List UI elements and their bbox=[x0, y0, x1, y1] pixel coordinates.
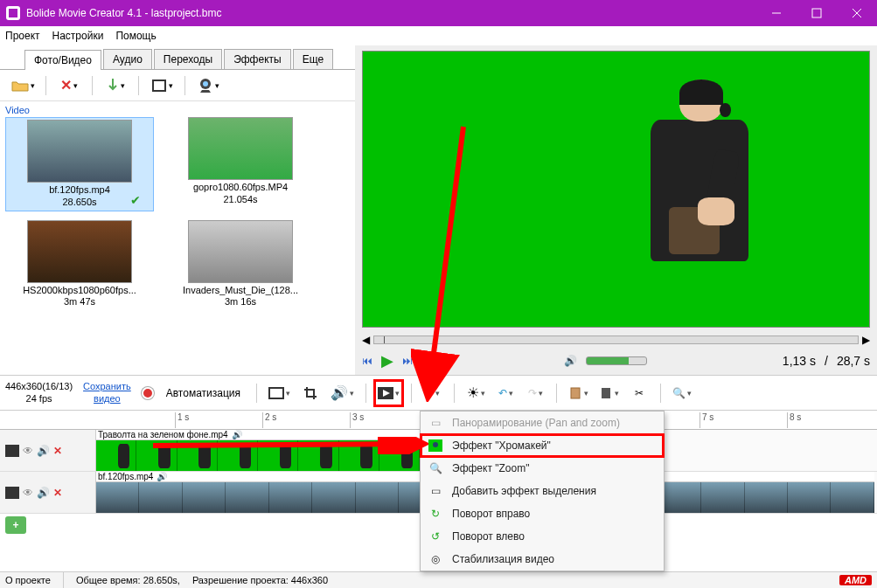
seek-start-icon[interactable]: ◀ bbox=[362, 334, 370, 346]
speaker-icon[interactable]: 🔊 bbox=[37, 487, 50, 499]
rotate-right-icon: ↻ bbox=[428, 508, 443, 520]
status-about[interactable]: О проекте bbox=[5, 575, 51, 585]
media-item[interactable]: bf.120fps.mp4 28.650s ✔ bbox=[5, 117, 154, 211]
tab-audio[interactable]: Аудио bbox=[103, 49, 152, 69]
menu-project[interactable]: Проект bbox=[5, 30, 40, 42]
film-tool[interactable] bbox=[266, 381, 293, 405]
automation-button[interactable]: Автоматизация bbox=[159, 381, 247, 405]
undo-button[interactable]: ↶ bbox=[493, 381, 518, 405]
svg-rect-7 bbox=[154, 81, 164, 90]
tab-photo-video[interactable]: Фото/Видео bbox=[24, 50, 101, 70]
svg-rect-11 bbox=[270, 389, 282, 398]
maximize-button[interactable] bbox=[797, 0, 837, 26]
audio-tool[interactable]: 🔊 bbox=[328, 381, 357, 405]
status-resolution: Разрешение проекта: 446x360 bbox=[192, 575, 328, 585]
volume-icon[interactable]: 🔊 bbox=[564, 355, 577, 367]
time-total: 28,7 s bbox=[837, 354, 870, 368]
crop-tool[interactable] bbox=[298, 381, 323, 405]
mute-icon[interactable]: 👁 bbox=[23, 445, 33, 457]
media-item[interactable]: gopro1080.60fps.MP4 21.054s bbox=[166, 117, 315, 211]
svg-line-20 bbox=[428, 127, 463, 393]
titlebar: Bolide Movie Creator 4.1 - lastproject.b… bbox=[0, 0, 877, 26]
annotation-arrow bbox=[411, 122, 472, 402]
tab-more[interactable]: Еще bbox=[293, 49, 333, 69]
svg-rect-3 bbox=[812, 9, 821, 17]
menu-help[interactable]: Помощь bbox=[115, 30, 156, 42]
film-icon bbox=[5, 445, 19, 457]
menu-zoom[interactable]: 🔍 Эффект "Zoom" bbox=[421, 457, 664, 480]
pan-icon: ▭ bbox=[428, 417, 443, 429]
menu-rotate-left[interactable]: ↺ Поворот влево bbox=[421, 525, 664, 548]
track-head[interactable]: 👁 🔊 ✕ bbox=[0, 430, 96, 471]
annotation-arrow bbox=[149, 437, 428, 454]
svg-rect-14 bbox=[571, 388, 580, 398]
delete-button[interactable]: ✕▾ bbox=[52, 73, 87, 98]
tab-transitions[interactable]: Переходы bbox=[154, 49, 222, 69]
amd-badge: AMD bbox=[839, 575, 872, 585]
record-icon[interactable] bbox=[142, 387, 154, 399]
menubar: Проект Настройки Помощь bbox=[0, 26, 877, 45]
check-icon: ✔ bbox=[130, 193, 141, 207]
rotate-left-icon: ↺ bbox=[428, 530, 443, 543]
preview-content bbox=[595, 80, 777, 316]
close-button[interactable] bbox=[837, 0, 877, 26]
volume-slider[interactable] bbox=[586, 356, 647, 365]
webcam-button[interactable]: ▾ bbox=[191, 73, 226, 98]
seek-end-icon[interactable]: ▶ bbox=[862, 334, 870, 346]
track-head[interactable]: 👁 🔊 ✕ bbox=[0, 472, 96, 513]
media-tabs: Фото/Видео Аудио Переходы Эффекты Еще bbox=[0, 45, 355, 70]
tab-effects[interactable]: Эффекты bbox=[224, 49, 291, 69]
status-time: Общее время: 28.650s, bbox=[76, 575, 180, 585]
open-folder-button[interactable]: ▾ bbox=[5, 73, 40, 98]
media-item[interactable]: Invaders_Must_Die_(128... 3m 16s bbox=[166, 220, 315, 309]
prev-frame-button[interactable]: ⏮ bbox=[362, 355, 372, 367]
minimize-button[interactable] bbox=[756, 0, 797, 26]
media-toolbar: ▾ ✕▾ ▾ ▾ ▾ bbox=[0, 70, 355, 101]
svg-line-21 bbox=[153, 444, 420, 446]
cut-button[interactable]: ✂ bbox=[627, 381, 651, 405]
effects-menu-button[interactable] bbox=[375, 381, 402, 405]
menu-rotate-right[interactable]: ↻ Поворот вправо bbox=[421, 502, 664, 525]
zoom-tool[interactable]: 🔍 bbox=[670, 381, 694, 405]
speaker-icon[interactable]: 🔊 bbox=[37, 445, 50, 457]
play-button[interactable]: ▶ bbox=[381, 351, 393, 370]
stabilize-icon: ◎ bbox=[428, 553, 443, 565]
chromakey-icon bbox=[428, 439, 443, 452]
project-info: 446x360(16/13)24 fps bbox=[5, 381, 73, 404]
delete-track-icon[interactable]: ✕ bbox=[53, 445, 62, 457]
speaker-icon: 🔊 bbox=[157, 472, 167, 481]
media-panel: Video bf.120fps.mp4 28.650s ✔ gopro1080.… bbox=[0, 101, 355, 375]
menu-chromakey[interactable]: Эффект "Хромакей" bbox=[421, 434, 664, 457]
svg-point-9 bbox=[203, 81, 208, 86]
svg-rect-1 bbox=[9, 9, 17, 17]
svg-rect-15 bbox=[602, 388, 610, 398]
delete-track-icon[interactable]: ✕ bbox=[53, 487, 62, 499]
media-item[interactable]: HS2000kbps1080p60fps... 3m 47s bbox=[5, 220, 154, 309]
clipboard-button[interactable] bbox=[596, 381, 622, 405]
zoom-icon: 🔍 bbox=[428, 462, 443, 474]
media-header: Video bbox=[5, 105, 350, 115]
menu-stabilize[interactable]: ◎ Стабилизация видео bbox=[421, 548, 664, 571]
add-track-button[interactable]: + bbox=[5, 516, 26, 534]
status-bar: О проекте Общее время: 28.650s, Разрешен… bbox=[0, 571, 877, 588]
left-pane: Фото/Видео Аудио Переходы Эффекты Еще ▾ … bbox=[0, 45, 355, 375]
redo-button[interactable]: ↷ bbox=[523, 381, 547, 405]
menu-settings[interactable]: Настройки bbox=[52, 30, 104, 42]
app-icon bbox=[0, 6, 26, 20]
menu-highlight[interactable]: ▭ Добавить эффект выделения bbox=[421, 480, 664, 502]
window-title: Bolide Movie Creator 4.1 - lastproject.b… bbox=[26, 7, 756, 19]
save-video-link[interactable]: Сохранитьвидео bbox=[83, 381, 131, 404]
effects-context-menu: ▭ Панорамирование (Pan and zoom) Эффект … bbox=[420, 411, 665, 571]
svg-point-19 bbox=[433, 442, 438, 447]
svg-rect-16 bbox=[5, 445, 19, 457]
highlight-icon: ▭ bbox=[428, 485, 443, 497]
svg-rect-17 bbox=[5, 487, 19, 499]
mute-icon[interactable]: 👁 bbox=[23, 487, 33, 499]
menu-pan-zoom[interactable]: ▭ Панорамирование (Pan and zoom) bbox=[421, 412, 664, 434]
download-button[interactable]: ▾ bbox=[98, 73, 133, 98]
film-icon bbox=[5, 487, 19, 499]
paste-button[interactable] bbox=[566, 381, 591, 405]
time-current: 1,13 s bbox=[783, 354, 816, 368]
film-button[interactable]: ▾ bbox=[144, 73, 179, 98]
